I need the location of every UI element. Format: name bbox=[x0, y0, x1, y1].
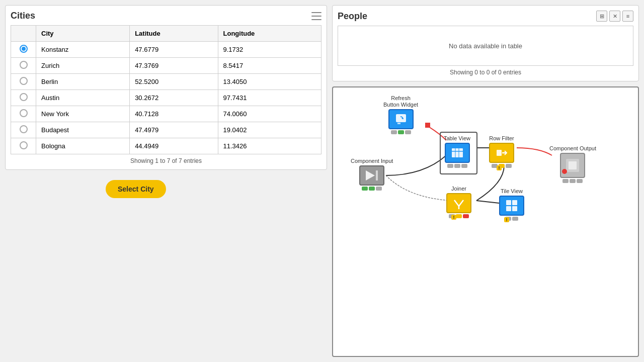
longitude-cell: 19.0402 bbox=[218, 122, 321, 138]
node-rowfilter[interactable]: Row Filter bbox=[489, 135, 514, 168]
longitude-cell: 9.1732 bbox=[218, 42, 321, 58]
cities-menu-icon[interactable] bbox=[311, 12, 321, 20]
city-cell: Berlin bbox=[36, 74, 130, 90]
svg-rect-14 bbox=[506, 206, 511, 211]
table-row[interactable]: New York40.712874.0060 bbox=[11, 106, 321, 122]
latitude-cell: 47.4979 bbox=[130, 122, 218, 138]
node-rowfilter-label: Row Filter bbox=[489, 135, 514, 142]
table-row[interactable]: Zurich47.37698.5417 bbox=[11, 58, 321, 74]
workflow-inner: RefreshButton Widget Table View bbox=[333, 87, 638, 356]
node-joiner-label: Joiner bbox=[451, 186, 466, 192]
node-tableview-label: Table View bbox=[444, 135, 470, 142]
city-cell: Konstanz bbox=[36, 42, 130, 58]
radio-cell[interactable] bbox=[11, 74, 36, 90]
svg-rect-13 bbox=[512, 200, 517, 205]
svg-rect-2 bbox=[452, 148, 463, 157]
radio-button[interactable] bbox=[20, 93, 28, 101]
longitude-cell: 13.4050 bbox=[218, 74, 321, 90]
node-compinput-label: Component Input bbox=[351, 158, 393, 164]
longitude-cell: 74.0060 bbox=[218, 106, 321, 122]
latitude-cell: 44.4949 bbox=[130, 138, 218, 154]
svg-rect-0 bbox=[396, 114, 406, 122]
svg-rect-1 bbox=[397, 123, 400, 124]
svg-marker-7 bbox=[366, 170, 375, 180]
workflow-container: RefreshButton Widget Table View bbox=[332, 86, 639, 357]
node-refresh[interactable]: RefreshButton Widget bbox=[383, 95, 418, 134]
node-compoutput-label: Component Output bbox=[549, 145, 596, 152]
radio-cell[interactable] bbox=[11, 138, 36, 154]
svg-rect-15 bbox=[512, 206, 517, 211]
node-rowfilter-ports bbox=[492, 164, 512, 168]
people-icon-menu[interactable]: ≡ bbox=[622, 11, 633, 22]
radio-button[interactable] bbox=[20, 109, 28, 117]
cities-title: Cities bbox=[11, 11, 35, 21]
node-compoutput-ports bbox=[562, 179, 583, 183]
node-compoutput[interactable]: Component Output bbox=[549, 145, 596, 183]
node-joiner[interactable]: Joiner bbox=[446, 186, 471, 218]
radio-button[interactable] bbox=[20, 61, 28, 69]
node-compinput-ports bbox=[362, 187, 382, 191]
city-cell: New York bbox=[36, 106, 130, 122]
table-row[interactable]: Austin30.267297.7431 bbox=[11, 90, 321, 106]
node-refresh-ports bbox=[391, 130, 411, 134]
svg-rect-8 bbox=[376, 170, 378, 180]
city-cell: Bologna bbox=[36, 138, 130, 154]
node-tableview-ports bbox=[447, 164, 467, 168]
people-icon-close[interactable]: ✕ bbox=[609, 11, 620, 22]
col-header-radio bbox=[11, 26, 36, 42]
people-table-container: No data available in table bbox=[338, 26, 633, 66]
radio-button[interactable] bbox=[20, 125, 28, 133]
svg-rect-6 bbox=[497, 150, 502, 156]
svg-rect-17 bbox=[569, 161, 577, 169]
node-tileview-label: Tile View bbox=[501, 188, 523, 195]
table-row[interactable]: Budapest47.497919.0402 bbox=[11, 122, 321, 138]
node-compinput[interactable]: Component Input bbox=[351, 158, 393, 191]
refresh-output-indicator bbox=[425, 123, 430, 128]
people-icon-grid[interactable]: ⊞ bbox=[596, 11, 607, 22]
people-widget: People ⊞ ✕ ≡ No data available in table … bbox=[332, 5, 639, 81]
longitude-cell: 97.7431 bbox=[218, 90, 321, 106]
node-refresh-label: RefreshButton Widget bbox=[383, 95, 418, 108]
select-city-button[interactable]: Select City bbox=[106, 180, 166, 198]
radio-cell[interactable] bbox=[11, 122, 36, 138]
svg-line-10 bbox=[459, 200, 463, 206]
compoutput-indicator bbox=[562, 169, 567, 174]
longitude-cell: 8.5417 bbox=[218, 58, 321, 74]
city-cell: Austin bbox=[36, 90, 130, 106]
svg-rect-12 bbox=[506, 200, 511, 205]
radio-cell[interactable] bbox=[11, 90, 36, 106]
city-cell: Zurich bbox=[36, 58, 130, 74]
table-row[interactable]: Berlin52.520013.4050 bbox=[11, 74, 321, 90]
tileview-warning: ! bbox=[504, 217, 509, 222]
col-header-city: City bbox=[36, 26, 130, 42]
radio-button[interactable] bbox=[20, 45, 28, 53]
cities-showing: Showing 1 to 7 of 7 entries bbox=[11, 157, 321, 164]
cities-table: City Latitude Longitude Konstanz47.67799… bbox=[11, 25, 321, 154]
rowfilter-warning: ! bbox=[497, 165, 502, 170]
workflow-svg bbox=[333, 87, 638, 356]
latitude-cell: 47.6779 bbox=[130, 42, 218, 58]
svg-line-9 bbox=[454, 200, 459, 206]
table-row[interactable]: Konstanz47.67799.1732 bbox=[11, 42, 321, 58]
node-tableview[interactable]: Table View bbox=[444, 135, 470, 168]
people-title: People bbox=[338, 11, 367, 22]
latitude-cell: 52.5200 bbox=[130, 74, 218, 90]
latitude-cell: 30.2672 bbox=[130, 90, 218, 106]
radio-button[interactable] bbox=[20, 141, 28, 149]
radio-cell[interactable] bbox=[11, 106, 36, 122]
node-tileview[interactable]: Tile View bbox=[499, 188, 524, 221]
table-row[interactable]: Bologna44.494911.3426 bbox=[11, 138, 321, 154]
radio-cell[interactable] bbox=[11, 58, 36, 74]
people-showing: Showing 0 to 0 of 0 entries bbox=[338, 69, 633, 76]
col-header-longitude: Longitude bbox=[218, 26, 321, 42]
longitude-cell: 11.3426 bbox=[218, 138, 321, 154]
joiner-warning: ! bbox=[451, 215, 456, 220]
latitude-cell: 47.3769 bbox=[130, 58, 218, 74]
people-no-data: No data available in table bbox=[449, 42, 522, 50]
city-cell: Budapest bbox=[36, 122, 130, 138]
col-header-latitude: Latitude bbox=[130, 26, 218, 42]
latitude-cell: 40.7128 bbox=[130, 106, 218, 122]
radio-button[interactable] bbox=[20, 77, 28, 85]
radio-cell[interactable] bbox=[11, 42, 36, 58]
